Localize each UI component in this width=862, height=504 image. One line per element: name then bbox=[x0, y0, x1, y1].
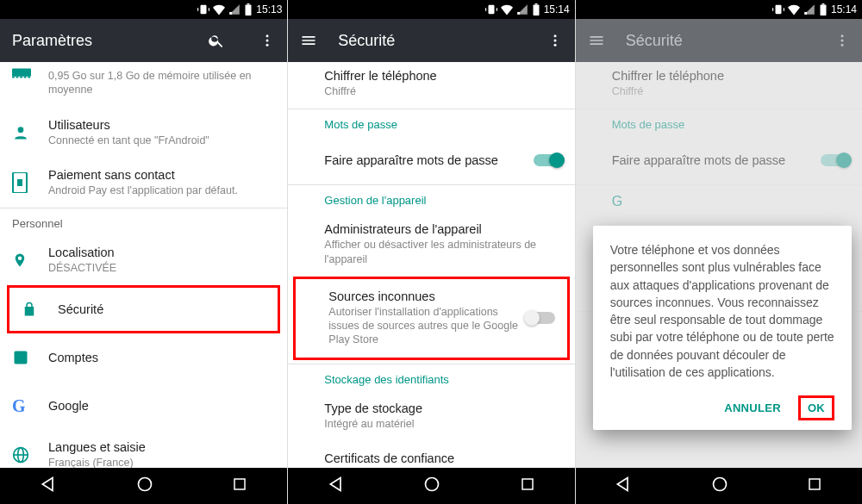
overflow-button[interactable] bbox=[547, 33, 563, 48]
page-title: Sécurité bbox=[626, 32, 814, 50]
section-passwords: Mots de passe bbox=[288, 109, 574, 136]
signal-icon bbox=[228, 3, 240, 16]
search-button[interactable] bbox=[208, 32, 225, 49]
show-pw-toggle[interactable] bbox=[534, 154, 563, 166]
svg-rect-9 bbox=[24, 77, 27, 78]
item-admins[interactable]: Administrateurs de l'appareil Afficher o… bbox=[288, 212, 574, 277]
app-bar: Paramètres bbox=[0, 19, 287, 62]
back-button[interactable] bbox=[40, 476, 57, 496]
section-personal: Personnel bbox=[0, 208, 287, 235]
home-button[interactable] bbox=[711, 476, 728, 496]
svg-rect-20 bbox=[534, 3, 537, 4]
back-icon bbox=[328, 476, 345, 493]
item-memory[interactable]: 0,95 Go sur 1,8 Go de mémoire utilisée e… bbox=[0, 62, 287, 108]
page-title: Paramètres bbox=[12, 32, 187, 50]
item-storage[interactable]: Type de stockage Intégré au matériel bbox=[288, 391, 574, 441]
svg-rect-33 bbox=[809, 479, 820, 489]
svg-rect-0 bbox=[247, 3, 250, 4]
menu-icon bbox=[300, 32, 317, 49]
status-time: 15:13 bbox=[256, 3, 282, 16]
screen-settings: 15:13 Paramètres 0,95 Go sur 1,8 Go de m… bbox=[0, 0, 287, 504]
recents-icon bbox=[807, 476, 822, 492]
item-encrypt[interactable]: Chiffrer le téléphone Chiffré bbox=[288, 62, 574, 109]
nav-bar bbox=[288, 468, 574, 504]
lang-title: Langues et saisie bbox=[48, 440, 275, 454]
overflow-button[interactable] bbox=[834, 33, 850, 48]
unknown-title: Sources inconnues bbox=[328, 289, 518, 303]
item-certs[interactable]: Certificats de confiance Afficher les ce… bbox=[288, 441, 574, 468]
confirm-dialog: Votre téléphone et vos données personnel… bbox=[593, 226, 852, 430]
item-security[interactable]: Sécurité bbox=[7, 285, 280, 333]
svg-point-23 bbox=[553, 40, 556, 42]
home-icon bbox=[711, 476, 728, 493]
back-icon bbox=[40, 476, 57, 493]
overflow-icon bbox=[259, 33, 275, 48]
item-google[interactable]: G Google bbox=[0, 382, 287, 430]
location-sub: DÉSACTIVÉE bbox=[48, 261, 275, 275]
unknown-toggle[interactable] bbox=[526, 312, 555, 324]
status-bar: 15:13 bbox=[0, 0, 287, 19]
item-location[interactable]: Localisation DÉSACTIVÉE bbox=[0, 235, 287, 285]
item-show-pw[interactable]: Faire apparaître mots de passe bbox=[288, 136, 574, 184]
svg-rect-6 bbox=[12, 77, 15, 78]
svg-point-24 bbox=[553, 44, 556, 47]
dialog-ok-button[interactable]: OK bbox=[798, 395, 834, 420]
app-bar: Sécurité bbox=[576, 19, 862, 62]
svg-point-4 bbox=[266, 44, 269, 47]
battery-icon bbox=[244, 3, 253, 16]
status-bar: 15:14 bbox=[288, 0, 574, 19]
recents-icon bbox=[520, 476, 535, 492]
svg-rect-26 bbox=[522, 479, 533, 489]
dialog-cancel-button[interactable]: ANNULER bbox=[715, 395, 790, 421]
item-accounts[interactable]: Comptes bbox=[0, 333, 287, 382]
vibrate-icon bbox=[197, 3, 209, 16]
recents-button[interactable] bbox=[520, 476, 535, 495]
certs-title: Certificats de confiance bbox=[324, 451, 562, 465]
screen-security-dialog: 15:14 Sécurité Chiffrer le téléphone Chi… bbox=[575, 0, 862, 504]
wifi-icon bbox=[213, 3, 225, 16]
svg-point-2 bbox=[266, 34, 269, 37]
menu-button[interactable] bbox=[300, 32, 317, 49]
svg-point-30 bbox=[840, 40, 843, 42]
svg-point-29 bbox=[840, 34, 843, 37]
recents-button[interactable] bbox=[807, 476, 822, 495]
svg-point-11 bbox=[18, 127, 24, 133]
encrypt-title: Chiffrer le téléphone bbox=[324, 69, 562, 83]
recents-button[interactable] bbox=[232, 476, 247, 495]
globe-icon bbox=[12, 446, 29, 464]
svg-rect-10 bbox=[28, 77, 30, 78]
signal-icon bbox=[803, 3, 815, 16]
admin-sub: Afficher ou désactiver les administrateu… bbox=[324, 238, 562, 266]
screen-security: 15:14 Sécurité Chiffrer le téléphone Chi… bbox=[287, 0, 574, 504]
home-icon bbox=[136, 476, 153, 493]
svg-point-18 bbox=[138, 478, 151, 491]
back-button[interactable] bbox=[328, 476, 345, 496]
item-lang[interactable]: Langues et saisie Français (France) bbox=[0, 430, 287, 468]
svg-point-31 bbox=[840, 44, 843, 47]
item-unknown-sources[interactable]: Sources inconnues Autoriser l'installati… bbox=[293, 277, 569, 360]
nav-bar bbox=[0, 468, 287, 504]
home-button[interactable] bbox=[423, 476, 440, 496]
dialog-text: Votre téléphone et vos données personnel… bbox=[610, 241, 834, 381]
svg-point-22 bbox=[553, 34, 556, 37]
back-button[interactable] bbox=[615, 476, 632, 496]
item-pay[interactable]: Paiement sans contact Android Pay est l'… bbox=[0, 158, 287, 208]
section-admin: Gestion de l'appareil bbox=[288, 185, 574, 212]
overflow-button[interactable] bbox=[259, 33, 275, 48]
svg-point-25 bbox=[426, 478, 439, 491]
wifi-icon bbox=[501, 3, 513, 16]
svg-rect-8 bbox=[20, 77, 22, 78]
menu-button[interactable] bbox=[588, 32, 605, 49]
user-icon bbox=[12, 124, 29, 141]
item-encrypt: Chiffrer le téléphone Chiffré bbox=[576, 62, 862, 109]
svg-rect-19 bbox=[234, 479, 245, 489]
settings-list: 0,95 Go sur 1,8 Go de mémoire utilisée e… bbox=[0, 62, 287, 468]
svg-point-32 bbox=[713, 478, 726, 491]
encrypt-sub: Chiffré bbox=[324, 84, 562, 98]
location-title: Localisation bbox=[48, 246, 275, 259]
home-button[interactable] bbox=[136, 476, 153, 496]
admin-title: Administrateurs de l'appareil bbox=[324, 222, 562, 236]
item-users[interactable]: Utilisateurs Connecté en tant que "FrAnd… bbox=[0, 108, 287, 158]
lock-icon bbox=[22, 301, 37, 318]
show-pw-title: Faire apparaître mots de passe bbox=[324, 153, 526, 167]
